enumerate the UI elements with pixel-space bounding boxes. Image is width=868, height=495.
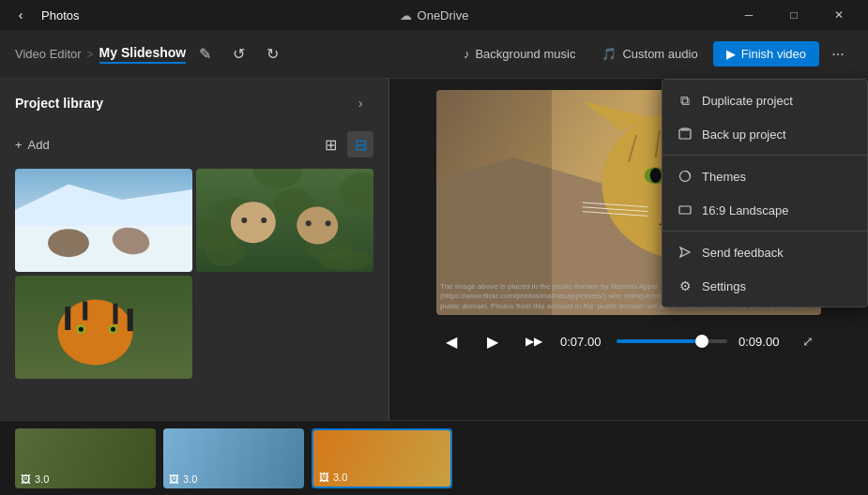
feedback-icon	[678, 245, 693, 260]
fullscreen-button[interactable]: ⤢	[795, 328, 821, 354]
audio-icon: 🎵	[602, 47, 617, 61]
title-bar: ‹ Photos ☁ OneDrive ─ □ ✕	[0, 0, 868, 30]
finish-video-button[interactable]: ▶ Finish video	[713, 41, 819, 67]
app-title: Photos	[41, 8, 79, 22]
menu-item-backup[interactable]: Back up project	[662, 117, 867, 151]
large-grid-button[interactable]: ⊞	[317, 131, 343, 158]
toolbar-right: ♪ Background music 🎵 Custom audio ▶ Fini…	[452, 39, 853, 69]
undo-button[interactable]: ↺	[223, 39, 253, 69]
toolbar: Video Editor > My Slideshow ✎ ↺ ↻ ♪ Back…	[0, 30, 868, 79]
menu-item-label: Back up project	[702, 128, 786, 142]
menu-divider	[662, 155, 867, 156]
library-toolbar: + Add ⊞ ⊟	[0, 128, 388, 165]
menu-item-label: Settings	[702, 279, 746, 293]
landscape-icon	[678, 202, 693, 218]
total-time: 0:09.00	[739, 335, 784, 349]
fast-forward-button[interactable]: ▶▶	[519, 326, 549, 356]
settings-icon: ⚙	[678, 278, 693, 293]
breadcrumb-current: My Slideshow	[99, 45, 187, 64]
rewind-button[interactable]: ◀	[436, 326, 466, 356]
duplicate-icon: ⧉	[678, 93, 693, 108]
menu-divider	[662, 231, 867, 232]
menu-item-feedback[interactable]: Send feedback	[662, 235, 867, 269]
menu-item-label: Send feedback	[702, 246, 784, 260]
more-options-button[interactable]: ···	[823, 39, 853, 69]
onedrive-icon: ☁	[400, 8, 412, 22]
current-time: 0:07.00	[560, 335, 605, 349]
library-panel: Project library › + Add ⊞ ⊟	[0, 79, 389, 420]
media-thumbnail[interactable]	[15, 276, 192, 379]
title-bar-left: ‹ Photos	[8, 2, 79, 28]
finish-video-label: Finish video	[741, 47, 806, 61]
context-menu: ⧉ Duplicate project Back up project Them…	[662, 79, 868, 308]
music-icon: ♪	[464, 47, 470, 61]
menu-item-duplicate[interactable]: ⧉ Duplicate project	[662, 83, 867, 117]
menu-item-landscape[interactable]: 16:9 Landscape	[662, 193, 867, 227]
add-label: Add	[28, 138, 50, 152]
library-title: Project library	[15, 96, 103, 111]
minimize-button[interactable]: ─	[727, 0, 770, 30]
add-icon: +	[15, 138, 23, 152]
timeline: 🖼 3.0 🖼 3.0 🖼 3.0	[0, 420, 868, 495]
small-grid-button[interactable]: ⊟	[347, 131, 373, 158]
media-thumbnail[interactable]	[196, 169, 373, 272]
background-music-button[interactable]: ♪ Background music	[452, 41, 586, 67]
menu-item-label: 16:9 Landscape	[702, 203, 789, 218]
library-header: Project library ›	[0, 79, 388, 128]
themes-icon	[678, 169, 693, 184]
clip-icon: 🖼	[21, 473, 31, 485]
progress-bar[interactable]	[617, 339, 727, 343]
title-bar-center: ☁ OneDrive	[400, 8, 469, 22]
add-media-button[interactable]: + Add	[15, 138, 50, 152]
backup-icon	[678, 127, 693, 142]
maximize-button[interactable]: □	[772, 0, 815, 30]
close-button[interactable]: ✕	[817, 0, 860, 30]
view-toggle: ⊞ ⊟	[317, 131, 373, 158]
custom-audio-button[interactable]: 🎵 Custom audio	[590, 41, 708, 67]
media-thumbnail[interactable]	[15, 169, 192, 272]
video-controls: ◀ ▶ ▶▶ 0:07.00 0:09.00 ⤢	[436, 326, 821, 356]
menu-item-label: Themes	[702, 170, 746, 184]
collapse-panel-button[interactable]: ›	[347, 90, 373, 116]
play-button[interactable]: ▶	[478, 326, 508, 356]
timeline-clip[interactable]: 🖼 3.0	[163, 428, 304, 488]
clip-duration: 🖼 3.0	[21, 473, 49, 485]
back-button[interactable]: ‹	[8, 2, 34, 28]
onedrive-label: OneDrive	[418, 8, 469, 22]
timeline-clip[interactable]: 🖼 3.0	[312, 428, 452, 488]
redo-button[interactable]: ↻	[257, 39, 287, 69]
breadcrumb-parent[interactable]: Video Editor	[15, 47, 82, 61]
toolbar-left: Video Editor > My Slideshow ✎ ↺ ↻	[15, 39, 452, 69]
menu-item-settings[interactable]: ⚙ Settings	[662, 269, 867, 303]
menu-item-themes[interactable]: Themes	[662, 159, 867, 193]
title-bar-controls: ─ □ ✕	[727, 0, 860, 30]
finish-icon: ▶	[726, 47, 736, 61]
clip-icon: 🖼	[319, 472, 329, 483]
clip-duration: 🖼 3.0	[319, 472, 347, 483]
breadcrumb: Video Editor > My Slideshow	[15, 45, 186, 64]
custom-audio-label: Custom audio	[622, 47, 697, 61]
edit-title-button[interactable]: ✎	[190, 39, 220, 69]
menu-item-label: Duplicate project	[702, 94, 793, 108]
svg-rect-3	[679, 206, 691, 214]
timeline-clip[interactable]: 🖼 3.0	[15, 428, 156, 488]
progress-thumb	[695, 335, 708, 348]
progress-fill	[617, 339, 702, 343]
clip-icon: 🖼	[169, 473, 179, 485]
library-grid	[0, 165, 388, 382]
breadcrumb-separator: >	[87, 48, 94, 61]
background-music-label: Background music	[475, 47, 575, 61]
clip-duration: 🖼 3.0	[169, 473, 197, 485]
